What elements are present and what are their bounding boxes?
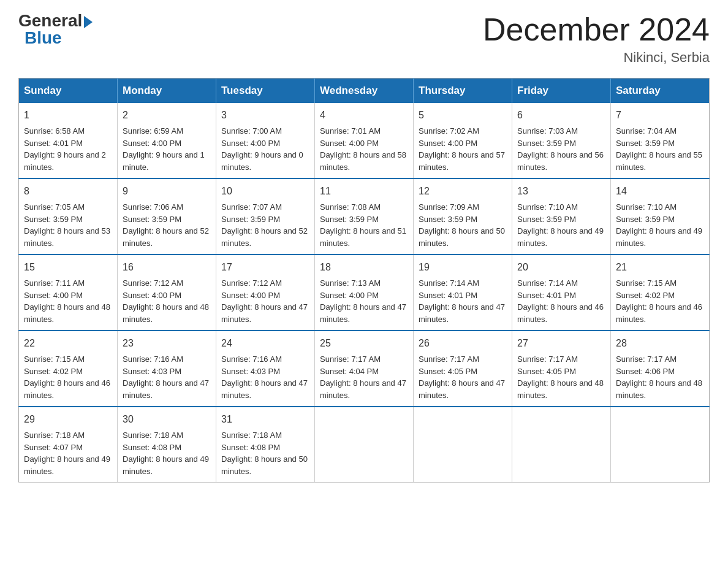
day-info: Sunrise: 7:18 AMSunset: 4:08 PMDaylight:… xyxy=(123,431,209,476)
table-row: 14 Sunrise: 7:10 AMSunset: 3:59 PMDaylig… xyxy=(611,178,710,255)
day-info: Sunrise: 7:13 AMSunset: 4:00 PMDaylight:… xyxy=(320,278,406,324)
day-info: Sunrise: 7:01 AMSunset: 4:00 PMDaylight:… xyxy=(320,126,406,172)
table-row: 23 Sunrise: 7:16 AMSunset: 4:03 PMDaylig… xyxy=(118,331,216,407)
table-row: 22 Sunrise: 7:15 AMSunset: 4:02 PMDaylig… xyxy=(19,331,118,407)
table-row: 10 Sunrise: 7:07 AMSunset: 3:59 PMDaylig… xyxy=(216,178,315,255)
table-row: 1 Sunrise: 6:58 AMSunset: 4:01 PMDayligh… xyxy=(19,103,118,178)
table-row: 9 Sunrise: 7:06 AMSunset: 3:59 PMDayligh… xyxy=(118,178,216,255)
table-row: 24 Sunrise: 7:16 AMSunset: 4:03 PMDaylig… xyxy=(216,331,315,407)
calendar-week-row: 8 Sunrise: 7:05 AMSunset: 3:59 PMDayligh… xyxy=(19,178,710,255)
day-info: Sunrise: 7:03 AMSunset: 3:59 PMDaylight:… xyxy=(517,126,604,172)
day-info: Sunrise: 7:17 AMSunset: 4:06 PMDaylight:… xyxy=(616,354,702,400)
day-info: Sunrise: 7:18 AMSunset: 4:08 PMDaylight:… xyxy=(221,431,308,476)
day-info: Sunrise: 7:17 AMSunset: 4:05 PMDaylight:… xyxy=(419,354,505,400)
table-row: 30 Sunrise: 7:18 AMSunset: 4:08 PMDaylig… xyxy=(118,407,216,483)
table-row xyxy=(315,407,414,483)
day-info: Sunrise: 6:58 AMSunset: 4:01 PMDaylight:… xyxy=(24,126,106,172)
calendar-table: Sunday Monday Tuesday Wednesday Thursday… xyxy=(18,78,710,483)
day-number: 29 xyxy=(24,412,112,427)
day-number: 6 xyxy=(517,108,605,123)
day-info: Sunrise: 7:17 AMSunset: 4:04 PMDaylight:… xyxy=(320,354,406,400)
day-info: Sunrise: 7:11 AMSunset: 4:00 PMDaylight:… xyxy=(24,278,110,324)
location-text: Nikinci, Serbia xyxy=(483,50,710,66)
col-tuesday: Tuesday xyxy=(216,79,315,104)
table-row: 13 Sunrise: 7:10 AMSunset: 3:59 PMDaylig… xyxy=(512,178,611,255)
day-number: 14 xyxy=(616,184,704,199)
day-number: 22 xyxy=(24,336,112,351)
day-number: 18 xyxy=(320,260,408,275)
table-row: 3 Sunrise: 7:00 AMSunset: 4:00 PMDayligh… xyxy=(216,103,315,178)
col-monday: Monday xyxy=(118,79,216,104)
table-row: 16 Sunrise: 7:12 AMSunset: 4:00 PMDaylig… xyxy=(118,255,216,331)
day-number: 21 xyxy=(616,260,704,275)
table-row: 29 Sunrise: 7:18 AMSunset: 4:07 PMDaylig… xyxy=(19,407,118,483)
table-row: 8 Sunrise: 7:05 AMSunset: 3:59 PMDayligh… xyxy=(19,178,118,255)
table-row: 4 Sunrise: 7:01 AMSunset: 4:00 PMDayligh… xyxy=(315,103,414,178)
logo-blue-text: Blue xyxy=(25,29,62,47)
calendar-header-row: Sunday Monday Tuesday Wednesday Thursday… xyxy=(19,79,710,104)
day-number: 15 xyxy=(24,260,112,275)
day-info: Sunrise: 7:17 AMSunset: 4:05 PMDaylight:… xyxy=(517,354,604,400)
page-header: General Blue December 2024 Nikinci, Serb… xyxy=(18,12,710,66)
day-info: Sunrise: 7:12 AMSunset: 4:00 PMDaylight:… xyxy=(221,278,308,324)
day-number: 13 xyxy=(517,184,605,199)
table-row: 7 Sunrise: 7:04 AMSunset: 3:59 PMDayligh… xyxy=(611,103,710,178)
day-number: 1 xyxy=(24,108,112,123)
day-number: 12 xyxy=(419,184,507,199)
day-number: 17 xyxy=(221,260,309,275)
day-number: 28 xyxy=(616,336,704,351)
table-row: 12 Sunrise: 7:09 AMSunset: 3:59 PMDaylig… xyxy=(414,178,512,255)
day-info: Sunrise: 7:07 AMSunset: 3:59 PMDaylight:… xyxy=(221,202,308,248)
logo: General Blue xyxy=(18,12,93,47)
table-row: 17 Sunrise: 7:12 AMSunset: 4:00 PMDaylig… xyxy=(216,255,315,331)
day-number: 26 xyxy=(419,336,507,351)
day-number: 24 xyxy=(221,336,309,351)
day-info: Sunrise: 7:00 AMSunset: 4:00 PMDaylight:… xyxy=(221,126,303,172)
logo-general-text: General xyxy=(18,12,93,29)
day-number: 31 xyxy=(221,412,309,427)
day-info: Sunrise: 6:59 AMSunset: 4:00 PMDaylight:… xyxy=(123,126,205,172)
day-number: 25 xyxy=(320,336,408,351)
table-row: 20 Sunrise: 7:14 AMSunset: 4:01 PMDaylig… xyxy=(512,255,611,331)
day-number: 10 xyxy=(221,184,309,199)
table-row: 5 Sunrise: 7:02 AMSunset: 4:00 PMDayligh… xyxy=(414,103,512,178)
day-number: 23 xyxy=(123,336,211,351)
table-row: 2 Sunrise: 6:59 AMSunset: 4:00 PMDayligh… xyxy=(118,103,216,178)
day-number: 19 xyxy=(419,260,507,275)
col-friday: Friday xyxy=(512,79,611,104)
day-number: 2 xyxy=(123,108,211,123)
table-row: 11 Sunrise: 7:08 AMSunset: 3:59 PMDaylig… xyxy=(315,178,414,255)
day-info: Sunrise: 7:15 AMSunset: 4:02 PMDaylight:… xyxy=(616,278,702,324)
day-number: 3 xyxy=(221,108,309,123)
day-info: Sunrise: 7:16 AMSunset: 4:03 PMDaylight:… xyxy=(123,354,209,400)
table-row: 15 Sunrise: 7:11 AMSunset: 4:00 PMDaylig… xyxy=(19,255,118,331)
calendar-week-row: 22 Sunrise: 7:15 AMSunset: 4:02 PMDaylig… xyxy=(19,331,710,407)
calendar-week-row: 1 Sunrise: 6:58 AMSunset: 4:01 PMDayligh… xyxy=(19,103,710,178)
table-row: 27 Sunrise: 7:17 AMSunset: 4:05 PMDaylig… xyxy=(512,331,611,407)
table-row xyxy=(611,407,710,483)
day-number: 8 xyxy=(24,184,112,199)
day-number: 5 xyxy=(419,108,507,123)
calendar-week-row: 15 Sunrise: 7:11 AMSunset: 4:00 PMDaylig… xyxy=(19,255,710,331)
day-info: Sunrise: 7:12 AMSunset: 4:00 PMDaylight:… xyxy=(123,278,209,324)
day-number: 16 xyxy=(123,260,211,275)
table-row xyxy=(414,407,512,483)
table-row: 25 Sunrise: 7:17 AMSunset: 4:04 PMDaylig… xyxy=(315,331,414,407)
day-number: 20 xyxy=(517,260,605,275)
day-number: 9 xyxy=(123,184,211,199)
day-number: 27 xyxy=(517,336,605,351)
table-row: 6 Sunrise: 7:03 AMSunset: 3:59 PMDayligh… xyxy=(512,103,611,178)
day-number: 7 xyxy=(616,108,704,123)
day-info: Sunrise: 7:14 AMSunset: 4:01 PMDaylight:… xyxy=(517,278,604,324)
day-info: Sunrise: 7:04 AMSunset: 3:59 PMDaylight:… xyxy=(616,126,702,172)
col-sunday: Sunday xyxy=(19,79,118,104)
day-number: 4 xyxy=(320,108,408,123)
table-row xyxy=(512,407,611,483)
day-info: Sunrise: 7:10 AMSunset: 3:59 PMDaylight:… xyxy=(616,202,702,248)
day-info: Sunrise: 7:18 AMSunset: 4:07 PMDaylight:… xyxy=(24,431,110,476)
day-number: 30 xyxy=(123,412,211,427)
table-row: 18 Sunrise: 7:13 AMSunset: 4:00 PMDaylig… xyxy=(315,255,414,331)
calendar-week-row: 29 Sunrise: 7:18 AMSunset: 4:07 PMDaylig… xyxy=(19,407,710,483)
day-info: Sunrise: 7:02 AMSunset: 4:00 PMDaylight:… xyxy=(419,126,505,172)
table-row: 28 Sunrise: 7:17 AMSunset: 4:06 PMDaylig… xyxy=(611,331,710,407)
